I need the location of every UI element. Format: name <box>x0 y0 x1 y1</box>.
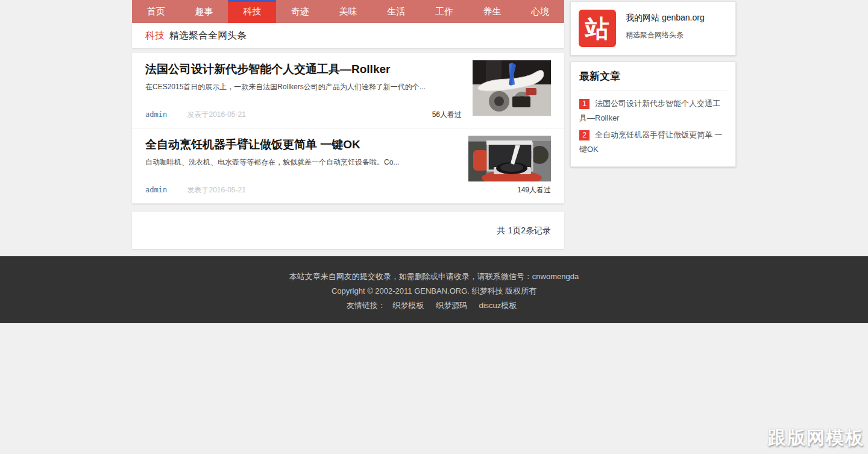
nav-item-fun[interactable]: 趣事 <box>180 0 228 23</box>
sidebar: 站 我的网站 genban.org 精选聚合网络头条 最新文章 1法国公司设计新… <box>570 0 736 167</box>
nav-item-work[interactable]: 工作 <box>420 0 468 23</box>
main-column: 首页 趣事 科技 奇迹 美味 生活 工作 养生 心境 科技精选聚合全网头条 <box>132 0 564 249</box>
rank-badge: 2 <box>579 130 590 140</box>
footer: 本站文章来自网友的提交收录，如需删除或申请收录，请联系微信号：cnwomengd… <box>0 256 868 323</box>
footer-links-row: 友情链接： 织梦模板 织梦源码 discuz模板 <box>0 298 868 313</box>
footer-link-dedecms-source[interactable]: 织梦源码 <box>436 301 467 310</box>
breadcrumb: 科技精选聚合全网头条 <box>132 23 564 48</box>
content-container: 首页 趣事 科技 奇迹 美味 生活 工作 养生 心境 科技精选聚合全网头条 <box>132 0 736 249</box>
footer-links-label: 友情链接： <box>347 301 386 310</box>
pagination-summary: 共 1页2条记录 <box>497 225 551 235</box>
nav-item-tech[interactable]: 科技 <box>228 0 276 23</box>
watermark: 跟版网模板 <box>768 426 864 450</box>
site-info-card: 站 我的网站 genban.org 精选聚合网络头条 <box>570 1 736 55</box>
article-view-count: 149人看过 <box>517 185 551 195</box>
latest-articles-card: 最新文章 1法国公司设计新代步智能个人交通工具—Rollker 2全自动烹饪机器… <box>570 61 736 167</box>
nav-item-home[interactable]: 首页 <box>132 0 180 23</box>
footer-link-discuz-template[interactable]: discuz模板 <box>479 301 517 310</box>
article-author-link[interactable]: admin <box>145 110 167 119</box>
latest-articles-heading: 最新文章 <box>579 69 727 90</box>
page: 首页 趣事 科技 奇迹 美味 生活 工作 养生 心境 科技精选聚合全网头条 <box>0 0 868 454</box>
article-author-link[interactable]: admin <box>145 186 167 194</box>
footer-copyright: Copyright © 2002-2011 GENBAN.ORG. 织梦科技 版… <box>0 284 868 298</box>
article-meta: admin 发表于2016-05-21 56人看过 <box>145 110 462 119</box>
nav-item-miracle[interactable]: 奇迹 <box>276 0 324 23</box>
nav-item-food[interactable]: 美味 <box>324 0 373 23</box>
nav-item-health[interactable]: 养生 <box>468 0 517 23</box>
article-date: 发表于2016-05-21 <box>187 186 245 194</box>
footer-notice: 本站文章来自网友的提交收录，如需删除或申请收录，请联系微信号：cnwomengd… <box>0 270 868 284</box>
site-info-text: 我的网站 genban.org 精选聚合网络头条 <box>626 10 705 47</box>
breadcrumb-subtitle: 精选聚合全网头条 <box>169 30 247 40</box>
article-thumbnail-rollker[interactable] <box>473 60 551 116</box>
latest-article-title[interactable]: 全自动烹饪机器手臂让做饭更简单 一键OK <box>579 130 723 154</box>
article-list: 法国公司设计新代步智能个人交通工具—Rollker 在CES2015首日的展示上… <box>132 53 564 204</box>
article-item: 全自动烹饪机器手臂让做饭更简单 一键OK 自动咖啡机、洗衣机、电水壶等等都存在，… <box>132 128 564 204</box>
latest-article-title[interactable]: 法国公司设计新代步智能个人交通工具—Rollker <box>579 99 720 122</box>
site-logo[interactable]: 站 <box>579 10 616 47</box>
nav-item-mood[interactable]: 心境 <box>516 0 564 23</box>
article-item: 法国公司设计新代步智能个人交通工具—Rollker 在CES2015首日的展示上… <box>132 53 564 128</box>
latest-article-link[interactable]: 1法国公司设计新代步智能个人交通工具—Rollker <box>579 96 727 125</box>
latest-article-link[interactable]: 2全自动烹饪机器手臂让做饭更简单 一键OK <box>579 128 727 157</box>
article-date: 发表于2016-05-21 <box>187 110 245 119</box>
site-tagline: 精选聚合网络头条 <box>626 30 705 40</box>
breadcrumb-category-link[interactable]: 科技 <box>145 30 165 40</box>
footer-link-dedecms-template[interactable]: 织梦模板 <box>392 301 424 310</box>
site-name: 我的网站 genban.org <box>626 13 705 24</box>
top-nav: 首页 趣事 科技 奇迹 美味 生活 工作 养生 心境 <box>132 0 564 23</box>
article-thumbnail-cooking-robot[interactable] <box>468 136 551 181</box>
article-meta: admin 发表于2016-05-21 149人看过 <box>145 185 551 195</box>
nav-item-life[interactable]: 生活 <box>372 0 420 23</box>
pagination: 共 1页2条记录 <box>132 212 564 249</box>
rank-badge: 1 <box>579 99 590 109</box>
article-view-count: 56人看过 <box>432 110 462 119</box>
